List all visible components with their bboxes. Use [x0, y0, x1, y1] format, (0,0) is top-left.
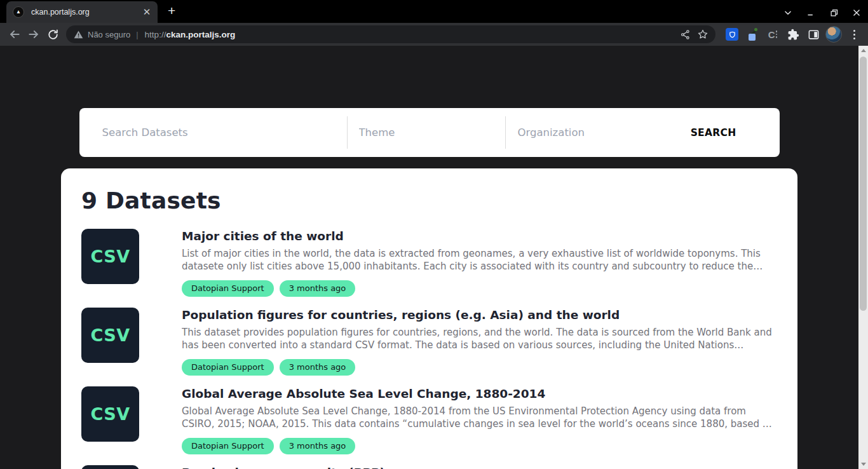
results-count-heading: 9 Datasets	[81, 187, 777, 214]
dataset-tags: Datopian Support 3 months ago	[182, 280, 776, 297]
csv-format-icon: CSV	[81, 308, 139, 363]
page-viewport: SEARCH 9 Datasets CSV Major cities of th…	[0, 46, 868, 469]
address-bar[interactable]: Não seguro | http://ckan.portaljs.org	[66, 25, 715, 43]
csv-format-icon: CSV	[81, 465, 139, 469]
url-host: ckan.portaljs.org	[166, 30, 235, 39]
scrollbar-thumb[interactable]	[860, 57, 867, 311]
org-tag-badge[interactable]: Datopian Support	[182, 280, 274, 297]
dataset-row: CSV Global Average Absolute Sea Level Ch…	[81, 386, 777, 454]
dataset-row: CSV Major cities of the world List of ma…	[81, 229, 777, 297]
colorzilla-extension-icon[interactable]: C	[764, 25, 782, 43]
not-secure-warning-icon	[74, 30, 83, 39]
dataset-title-link[interactable]: Global Average Absolute Sea Level Change…	[182, 387, 776, 400]
reload-button[interactable]	[43, 25, 62, 44]
theme-input[interactable]	[348, 108, 505, 157]
back-button[interactable]	[5, 25, 24, 44]
dataset-description: List of major cities in the world, the d…	[182, 247, 776, 273]
browser-window: ▲ ckan.portaljs.org ✕ + Nã	[0, 0, 868, 469]
dataset-row: CSV Population figures for countries, re…	[81, 308, 777, 376]
restore-button[interactable]	[822, 3, 845, 23]
share-icon[interactable]	[676, 25, 694, 43]
bookmark-star-icon[interactable]	[694, 25, 712, 43]
browser-toolbar: Não seguro | http://ckan.portaljs.org C	[0, 23, 868, 46]
browser-menu-kebab-icon[interactable]	[845, 25, 863, 43]
side-panel-icon[interactable]	[804, 25, 822, 43]
new-tab-button[interactable]: +	[168, 3, 175, 18]
dataset-tags: Datopian Support 3 months ago	[182, 438, 776, 454]
minimize-button[interactable]	[799, 3, 822, 23]
search-button[interactable]: SEARCH	[677, 108, 780, 157]
updated-tag-badge[interactable]: 3 months ago	[280, 438, 356, 454]
updated-tag-badge[interactable]: 3 months ago	[280, 280, 356, 297]
profile-avatar[interactable]	[825, 25, 843, 43]
tab-title: ckan.portaljs.org	[31, 8, 141, 17]
scroll-down-arrow[interactable]	[858, 459, 868, 469]
dataset-title-link[interactable]: Population figures for countries, region…	[182, 308, 776, 322]
scroll-up-arrow[interactable]	[858, 46, 868, 55]
csv-format-icon: CSV	[81, 229, 139, 284]
tab-strip: ▲ ckan.portaljs.org ✕ +	[0, 0, 868, 23]
forward-button[interactable]	[24, 25, 43, 44]
bitwarden-extension-icon[interactable]	[723, 25, 741, 43]
dataset-description: Global Average Absolute Sea Level Change…	[182, 405, 776, 430]
tab-search-chevron-icon[interactable]	[776, 3, 799, 23]
site-favicon-icon: ▲	[13, 6, 24, 18]
org-tag-badge[interactable]: Datopian Support	[182, 438, 274, 454]
dataset-row: CSV Purchasing power parity (PPP)	[81, 465, 777, 469]
dataset-tags: Datopian Support 3 months ago	[182, 359, 776, 376]
csv-format-icon: CSV	[81, 386, 139, 442]
close-window-button[interactable]	[845, 3, 868, 23]
dataset-search-bar: SEARCH	[79, 108, 780, 157]
search-datasets-input[interactable]	[79, 108, 347, 157]
browser-tab[interactable]: ▲ ckan.portaljs.org ✕	[6, 1, 158, 23]
tab-close-icon[interactable]: ✕	[141, 6, 153, 18]
dataset-title-link[interactable]: Major cities of the world	[182, 229, 776, 243]
organization-input[interactable]	[506, 108, 677, 157]
extensions-puzzle-icon[interactable]	[784, 25, 802, 43]
url-scheme: http://	[145, 30, 166, 39]
org-tag-badge[interactable]: Datopian Support	[182, 359, 274, 376]
security-label[interactable]: Não seguro	[88, 30, 130, 39]
page-scrollbar[interactable]	[858, 46, 868, 469]
updated-tag-badge[interactable]: 3 months ago	[280, 359, 356, 376]
results-card: 9 Datasets CSV Major cities of the world…	[61, 168, 797, 469]
dataset-title-link[interactable]: Purchasing power parity (PPP)	[182, 466, 776, 469]
dataset-description: This dataset provides population figures…	[182, 326, 776, 351]
url-text[interactable]: http://ckan.portaljs.org	[145, 30, 236, 39]
color-picker-extension-icon[interactable]	[743, 25, 761, 43]
page-content: SEARCH 9 Datasets CSV Major cities of th…	[0, 46, 858, 469]
omnibox-divider: |	[136, 30, 138, 39]
